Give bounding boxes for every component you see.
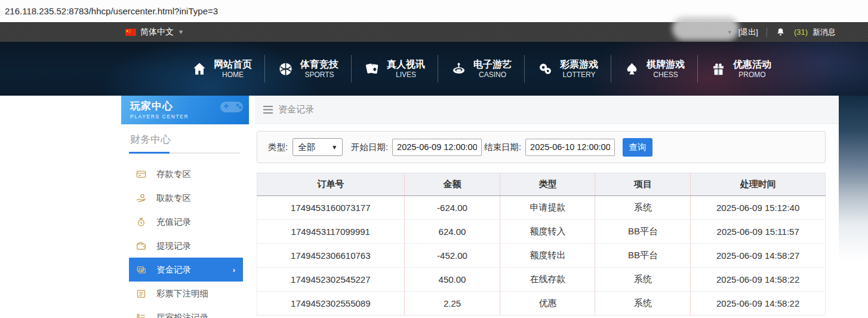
table-row: 1749452302545227450.00在线存款系统2025-06-09 1… (257, 268, 826, 292)
cell-type: 优惠 (500, 292, 595, 316)
user-area: ▼ [退出] (31) 新消息 (727, 22, 868, 42)
new-messages-link[interactable]: 新消息 (812, 27, 836, 38)
cell-item: 系统 (595, 196, 691, 220)
home-icon (192, 61, 207, 77)
page: 216.118.235.52:8783/hhcp/usercenter.html… (0, 0, 868, 318)
records-table-container: 订单号金额类型项目处理时间 1749453160073177-624.00申请提… (257, 173, 826, 316)
hall-bet-icon (135, 312, 147, 318)
col-header-item: 项目 (595, 173, 691, 196)
sidebar-item-label: 厅室投注记录 (156, 312, 208, 318)
withdraw-icon (135, 192, 147, 204)
background-right-strip (839, 96, 868, 318)
cell-time: 2025-06-09 14:58:22 (691, 268, 826, 292)
nav-item-label-zh: 体育竞技 (300, 59, 338, 71)
sidebar-item-recharge[interactable]: 充值记录› (129, 210, 243, 234)
top-bar: 简体中文 ▼ ▼ [退出] (31) 新消息 (0, 22, 868, 42)
china-flag-icon (125, 29, 136, 36)
sidebar-item-funds[interactable]: 资金记录› (129, 258, 243, 282)
nav-item-promo[interactable]: 优惠活动PROMO (698, 59, 784, 80)
page-url: 216.118.235.52:8783/hhcp/usercenter.html… (5, 6, 218, 16)
user-menu-caret-icon[interactable]: ▼ (727, 29, 732, 35)
nav-item-casino[interactable]: 电子游艺CASINO (438, 59, 524, 80)
nav-item-text: 电子游艺CASINO (473, 59, 512, 80)
cell-order-no: 1749452302555089 (257, 292, 405, 316)
logout-link[interactable]: [退出] (738, 27, 758, 38)
nav-item-lottery[interactable]: 彩票游戏LOTTERY (525, 59, 611, 80)
nav-item-label-zh: 棋牌游戏 (647, 59, 685, 71)
chess-icon (624, 61, 640, 77)
cell-order-no: 1749453160073177 (257, 196, 405, 220)
cell-type: 额度转入 (500, 220, 595, 244)
nav-item-text: 体育竞技SPORTS (300, 59, 338, 80)
table-row: 1749453117099991624.00额度转入BB平台2025-06-09… (257, 220, 826, 244)
cell-item: 系统 (595, 292, 691, 316)
cell-order-no: 1749452306610763 (257, 244, 405, 268)
sidebar-item-label: 充值记录 (156, 216, 191, 228)
table-row: 1749452306610763-452.00额度转出BB平台2025-06-0… (257, 244, 826, 268)
start-date-input[interactable] (392, 139, 482, 156)
nav-item-home[interactable]: 网站首页HOME (179, 59, 264, 80)
cell-order-no: 1749453117099991 (257, 220, 405, 244)
table-header-row: 订单号金额类型项目处理时间 (257, 173, 826, 196)
breadcrumb: 资金记录 (255, 96, 839, 124)
chevron-right-icon: › (233, 265, 235, 274)
finance-center-heading: 财务中心 (121, 124, 249, 146)
bell-icon[interactable] (775, 27, 786, 37)
cell-type: 额度转出 (500, 244, 595, 268)
sports-icon (278, 61, 294, 77)
col-header-order-no: 订单号 (257, 173, 405, 196)
sidebar-item-hall-bet[interactable]: 厅室投注记录› (129, 305, 243, 318)
casino-icon (451, 61, 467, 77)
nav-item-label-en: SPORTS (304, 71, 334, 80)
chevron-down-icon: ▼ (331, 144, 337, 151)
cell-type: 申请提款 (500, 196, 595, 220)
nav-item-text: 真人视讯LIVES (387, 59, 425, 80)
nav-item-text: 棋牌游戏CHESS (647, 59, 685, 80)
nav-item-label-en: CASINO (479, 71, 506, 80)
divider (767, 27, 767, 37)
lottery-detail-icon (135, 288, 147, 299)
cell-item: BB平台 (595, 220, 691, 244)
nav-items: 网站首页HOME体育竞技SPORTS真人视讯LIVES电子游艺CASINO彩票游… (179, 42, 784, 96)
nav-item-text: 彩票游戏LOTTERY (560, 59, 598, 80)
deposit-icon (135, 169, 147, 180)
query-button[interactable]: 查询 (623, 138, 652, 157)
col-header-type: 类型 (500, 173, 595, 196)
end-date-input[interactable] (525, 139, 615, 156)
cell-time: 2025-06-09 15:11:57 (691, 220, 826, 244)
nav-item-label-zh: 真人视讯 (387, 59, 425, 71)
language-selector[interactable]: 简体中文 ▼ (125, 22, 184, 42)
sidebar-item-lottery-detail[interactable]: 彩票下注明细› (129, 282, 243, 305)
lottery-icon (537, 61, 553, 77)
table-row: 17494523025550892.25优惠系统2025-06-09 14:58… (257, 292, 826, 316)
nav-item-label-zh: 电子游艺 (473, 59, 512, 71)
filter-bar: 类型: 全部 ▼ 开始日期: 结束日期: 查询 (257, 131, 826, 163)
col-header-time: 处理时间 (691, 173, 826, 196)
type-select[interactable]: 全部 ▼ (293, 138, 343, 156)
sidebar-item-withdrawal[interactable]: 提现记录› (129, 234, 243, 258)
nav-item-label-en: CHESS (653, 71, 678, 80)
nav-item-label-zh: 彩票游戏 (560, 59, 598, 71)
message-count[interactable]: (31) (794, 27, 808, 36)
sidebar-item-withdraw[interactable]: 取款专区› (129, 186, 243, 210)
players-center-banner: 玩家中心 PLAYERS CENTER (121, 96, 249, 124)
nav-item-lives[interactable]: 真人视讯LIVES (352, 59, 438, 80)
sidebar-item-deposit[interactable]: 存款专区› (129, 162, 243, 186)
lives-icon (364, 61, 380, 77)
type-label: 类型: (268, 142, 288, 153)
nav-item-label-en: LIVES (396, 71, 416, 80)
col-header-amount: 金额 (404, 173, 500, 196)
nav-item-sports[interactable]: 体育竞技SPORTS (265, 59, 351, 80)
cell-time: 2025-06-09 14:58:27 (691, 244, 826, 268)
section-underline (129, 152, 240, 154)
browser-url-bar[interactable]: 216.118.235.52:8783/hhcp/usercenter.html… (0, 0, 868, 22)
gamepad-icon (219, 98, 244, 118)
end-date-label: 结束日期: (484, 142, 521, 153)
promo-icon (710, 61, 727, 77)
sidebar-item-label: 彩票下注明细 (156, 288, 208, 299)
sidebar: 玩家中心 PLAYERS CENTER 财务中心 存款专区›取款专区›充值记录›… (121, 96, 249, 318)
nav-item-chess[interactable]: 棋牌游戏CHESS (611, 59, 697, 80)
withdrawal-icon (135, 240, 147, 252)
language-label: 简体中文 (140, 27, 174, 38)
table-row: 1749453160073177-624.00申请提款系统2025-06-09 … (257, 196, 826, 220)
